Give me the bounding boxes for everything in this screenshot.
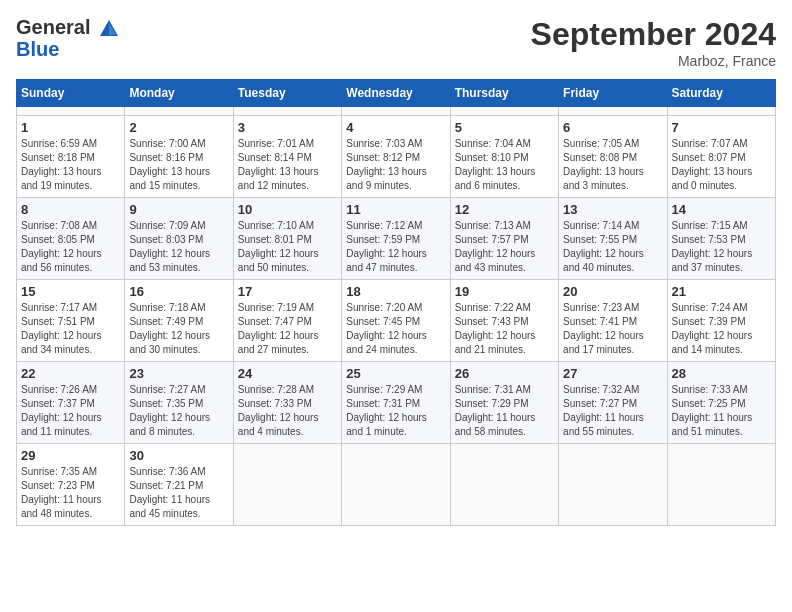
week-row-0 — [17, 107, 776, 116]
day-cell: 5Sunrise: 7:04 AMSunset: 8:10 PMDaylight… — [450, 116, 558, 198]
day-number: 29 — [21, 448, 120, 463]
day-info: Sunrise: 6:59 AMSunset: 8:18 PMDaylight:… — [21, 137, 120, 193]
day-number: 16 — [129, 284, 228, 299]
day-number: 4 — [346, 120, 445, 135]
week-row-1: 1Sunrise: 6:59 AMSunset: 8:18 PMDaylight… — [17, 116, 776, 198]
day-info: Sunrise: 7:28 AMSunset: 7:33 PMDaylight:… — [238, 383, 337, 439]
day-cell — [667, 444, 775, 526]
day-number: 22 — [21, 366, 120, 381]
day-cell: 4Sunrise: 7:03 AMSunset: 8:12 PMDaylight… — [342, 116, 450, 198]
day-number: 30 — [129, 448, 228, 463]
day-cell: 2Sunrise: 7:00 AMSunset: 8:16 PMDaylight… — [125, 116, 233, 198]
day-number: 28 — [672, 366, 771, 381]
day-cell: 28Sunrise: 7:33 AMSunset: 7:25 PMDayligh… — [667, 362, 775, 444]
day-cell — [450, 444, 558, 526]
day-number: 2 — [129, 120, 228, 135]
col-header-monday: Monday — [125, 80, 233, 107]
day-number: 9 — [129, 202, 228, 217]
day-cell: 20Sunrise: 7:23 AMSunset: 7:41 PMDayligh… — [559, 280, 667, 362]
day-number: 11 — [346, 202, 445, 217]
week-row-4: 22Sunrise: 7:26 AMSunset: 7:37 PMDayligh… — [17, 362, 776, 444]
col-header-saturday: Saturday — [667, 80, 775, 107]
day-info: Sunrise: 7:22 AMSunset: 7:43 PMDaylight:… — [455, 301, 554, 357]
day-cell: 21Sunrise: 7:24 AMSunset: 7:39 PMDayligh… — [667, 280, 775, 362]
day-number: 23 — [129, 366, 228, 381]
week-row-2: 8Sunrise: 7:08 AMSunset: 8:05 PMDaylight… — [17, 198, 776, 280]
day-cell: 22Sunrise: 7:26 AMSunset: 7:37 PMDayligh… — [17, 362, 125, 444]
day-cell: 30Sunrise: 7:36 AMSunset: 7:21 PMDayligh… — [125, 444, 233, 526]
day-info: Sunrise: 7:09 AMSunset: 8:03 PMDaylight:… — [129, 219, 228, 275]
day-info: Sunrise: 7:23 AMSunset: 7:41 PMDaylight:… — [563, 301, 662, 357]
location: Marboz, France — [531, 53, 776, 69]
day-number: 6 — [563, 120, 662, 135]
logo-text-general: General — [16, 16, 90, 38]
day-number: 25 — [346, 366, 445, 381]
day-info: Sunrise: 7:03 AMSunset: 8:12 PMDaylight:… — [346, 137, 445, 193]
day-cell: 14Sunrise: 7:15 AMSunset: 7:53 PMDayligh… — [667, 198, 775, 280]
day-number: 13 — [563, 202, 662, 217]
day-info: Sunrise: 7:19 AMSunset: 7:47 PMDaylight:… — [238, 301, 337, 357]
day-cell: 18Sunrise: 7:20 AMSunset: 7:45 PMDayligh… — [342, 280, 450, 362]
day-info: Sunrise: 7:13 AMSunset: 7:57 PMDaylight:… — [455, 219, 554, 275]
day-cell: 26Sunrise: 7:31 AMSunset: 7:29 PMDayligh… — [450, 362, 558, 444]
day-cell — [342, 107, 450, 116]
col-header-wednesday: Wednesday — [342, 80, 450, 107]
day-number: 1 — [21, 120, 120, 135]
day-cell — [233, 444, 341, 526]
day-info: Sunrise: 7:17 AMSunset: 7:51 PMDaylight:… — [21, 301, 120, 357]
day-info: Sunrise: 7:14 AMSunset: 7:55 PMDaylight:… — [563, 219, 662, 275]
day-number: 20 — [563, 284, 662, 299]
day-cell — [450, 107, 558, 116]
day-info: Sunrise: 7:32 AMSunset: 7:27 PMDaylight:… — [563, 383, 662, 439]
day-number: 17 — [238, 284, 337, 299]
day-number: 18 — [346, 284, 445, 299]
day-cell: 13Sunrise: 7:14 AMSunset: 7:55 PMDayligh… — [559, 198, 667, 280]
day-number: 14 — [672, 202, 771, 217]
day-number: 8 — [21, 202, 120, 217]
day-number: 12 — [455, 202, 554, 217]
day-number: 26 — [455, 366, 554, 381]
day-cell: 17Sunrise: 7:19 AMSunset: 7:47 PMDayligh… — [233, 280, 341, 362]
day-info: Sunrise: 7:12 AMSunset: 7:59 PMDaylight:… — [346, 219, 445, 275]
day-info: Sunrise: 7:36 AMSunset: 7:21 PMDaylight:… — [129, 465, 228, 521]
day-cell — [233, 107, 341, 116]
week-row-5: 29Sunrise: 7:35 AMSunset: 7:23 PMDayligh… — [17, 444, 776, 526]
day-info: Sunrise: 7:31 AMSunset: 7:29 PMDaylight:… — [455, 383, 554, 439]
day-cell: 25Sunrise: 7:29 AMSunset: 7:31 PMDayligh… — [342, 362, 450, 444]
month-title: September 2024 — [531, 16, 776, 53]
day-cell: 11Sunrise: 7:12 AMSunset: 7:59 PMDayligh… — [342, 198, 450, 280]
logo-icon — [98, 18, 120, 40]
day-info: Sunrise: 7:07 AMSunset: 8:07 PMDaylight:… — [672, 137, 771, 193]
day-cell: 7Sunrise: 7:07 AMSunset: 8:07 PMDaylight… — [667, 116, 775, 198]
day-number: 19 — [455, 284, 554, 299]
logo-text-blue: Blue — [16, 38, 120, 61]
day-number: 24 — [238, 366, 337, 381]
day-info: Sunrise: 7:04 AMSunset: 8:10 PMDaylight:… — [455, 137, 554, 193]
day-cell: 19Sunrise: 7:22 AMSunset: 7:43 PMDayligh… — [450, 280, 558, 362]
day-info: Sunrise: 7:18 AMSunset: 7:49 PMDaylight:… — [129, 301, 228, 357]
day-info: Sunrise: 7:33 AMSunset: 7:25 PMDaylight:… — [672, 383, 771, 439]
col-header-thursday: Thursday — [450, 80, 558, 107]
day-info: Sunrise: 7:05 AMSunset: 8:08 PMDaylight:… — [563, 137, 662, 193]
day-cell: 27Sunrise: 7:32 AMSunset: 7:27 PMDayligh… — [559, 362, 667, 444]
day-cell: 10Sunrise: 7:10 AMSunset: 8:01 PMDayligh… — [233, 198, 341, 280]
day-info: Sunrise: 7:35 AMSunset: 7:23 PMDaylight:… — [21, 465, 120, 521]
logo: General Blue — [16, 16, 120, 61]
day-cell: 8Sunrise: 7:08 AMSunset: 8:05 PMDaylight… — [17, 198, 125, 280]
page-header: General Blue September 2024 Marboz, Fran… — [16, 16, 776, 69]
day-number: 10 — [238, 202, 337, 217]
day-cell — [342, 444, 450, 526]
day-cell: 9Sunrise: 7:09 AMSunset: 8:03 PMDaylight… — [125, 198, 233, 280]
day-number: 15 — [21, 284, 120, 299]
day-info: Sunrise: 7:08 AMSunset: 8:05 PMDaylight:… — [21, 219, 120, 275]
day-cell: 12Sunrise: 7:13 AMSunset: 7:57 PMDayligh… — [450, 198, 558, 280]
day-number: 21 — [672, 284, 771, 299]
week-row-3: 15Sunrise: 7:17 AMSunset: 7:51 PMDayligh… — [17, 280, 776, 362]
day-cell — [17, 107, 125, 116]
day-info: Sunrise: 7:24 AMSunset: 7:39 PMDaylight:… — [672, 301, 771, 357]
calendar-table: SundayMondayTuesdayWednesdayThursdayFrid… — [16, 79, 776, 526]
col-header-sunday: Sunday — [17, 80, 125, 107]
day-info: Sunrise: 7:01 AMSunset: 8:14 PMDaylight:… — [238, 137, 337, 193]
day-cell — [125, 107, 233, 116]
day-cell: 6Sunrise: 7:05 AMSunset: 8:08 PMDaylight… — [559, 116, 667, 198]
